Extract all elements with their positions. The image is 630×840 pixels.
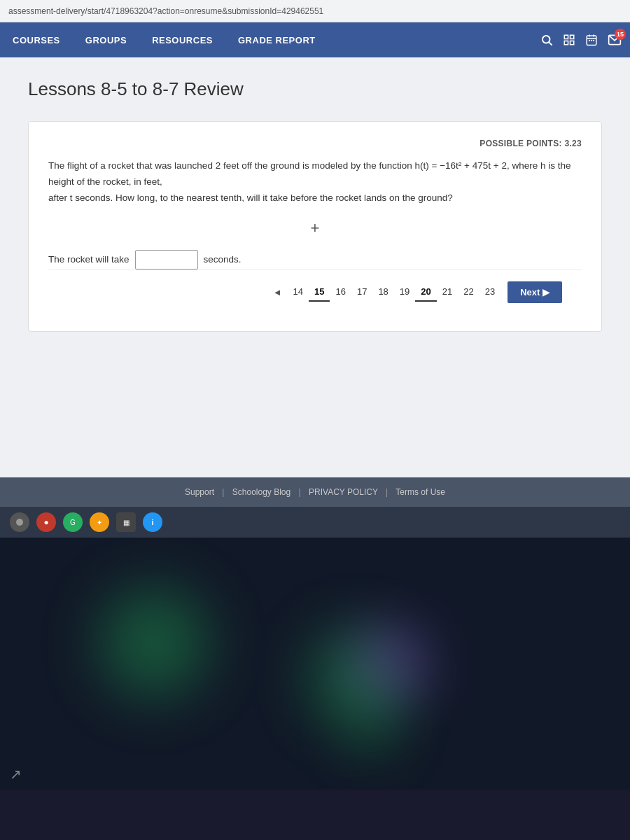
taskbar-green-icon[interactable]: G — [63, 512, 83, 532]
page-14[interactable]: 14 — [288, 283, 309, 302]
footer-privacy[interactable]: PRIVACY POLICY — [309, 487, 378, 497]
taskbar-circle-icon[interactable] — [10, 512, 29, 532]
mail-badge: 15 — [615, 29, 626, 40]
footer: Support | Schoology Blog | PRIVACY POLIC… — [0, 477, 630, 507]
bottom-arrow-icon: ↗ — [10, 766, 22, 783]
top-nav: COURSES GROUPS RESOURCES GRADE REPORT — [0, 22, 630, 57]
svg-rect-3 — [570, 35, 574, 38]
dark-area: ↗ — [0, 538, 630, 790]
possible-points: POSSIBLE POINTS: 3.23 — [48, 139, 582, 148]
answer-input[interactable] — [135, 250, 198, 270]
svg-point-0 — [542, 36, 550, 43]
page-19[interactable]: 19 — [394, 283, 415, 302]
page-15[interactable]: 15 — [309, 283, 330, 302]
nav-resources[interactable]: RESOURCES — [148, 32, 217, 48]
taskbar: ● G ✦ ▦ i — [0, 507, 630, 538]
page-23[interactable]: 23 — [479, 283, 500, 302]
glow-small — [343, 699, 399, 755]
page-22[interactable]: 22 — [458, 283, 479, 302]
nav-courses[interactable]: COURSES — [8, 32, 64, 48]
question-text-line1: The flight of a rocket that was launched… — [48, 160, 570, 187]
answer-prefix: The rocket will take — [48, 254, 130, 265]
pagination-prev[interactable]: ◄ — [267, 283, 288, 302]
nav-right-icons: 15 — [540, 33, 622, 47]
question-text: The flight of a rocket that was launched… — [48, 158, 582, 206]
page-21[interactable]: 21 — [437, 283, 458, 302]
page-title: Lessons 8-5 to 8-7 Review — [28, 78, 602, 100]
nav-grade-report[interactable]: GRADE REPORT — [234, 32, 320, 48]
page-18[interactable]: 18 — [372, 283, 393, 302]
page-20[interactable]: 20 — [415, 283, 436, 302]
footer-blog[interactable]: Schoology Blog — [232, 487, 290, 497]
page-17[interactable]: 17 — [351, 283, 372, 302]
taskbar-info-icon[interactable]: i — [143, 512, 162, 532]
svg-rect-2 — [564, 35, 568, 38]
address-bar: assessment-delivery/start/4718963204?act… — [0, 0, 630, 22]
taskbar-orange-icon[interactable]: ✦ — [90, 512, 109, 532]
svg-rect-4 — [564, 41, 568, 45]
footer-sep1: | — [222, 487, 224, 497]
page-16[interactable]: 16 — [330, 283, 351, 302]
footer-sep3: | — [386, 487, 388, 497]
footer-support[interactable]: Support — [185, 487, 214, 497]
plus-symbol: + — [48, 219, 582, 237]
svg-point-14 — [16, 519, 23, 526]
next-button[interactable]: Next ▶ — [507, 281, 562, 303]
grid-icon[interactable] — [563, 34, 575, 46]
mail-icon-wrapper[interactable]: 15 — [608, 33, 622, 47]
taskbar-red-icon[interactable]: ● — [36, 512, 56, 532]
nav-groups[interactable]: GROUPS — [81, 32, 131, 48]
glow-left — [91, 580, 217, 706]
url-text: assessment-delivery/start/4718963204?act… — [8, 6, 323, 16]
svg-rect-5 — [570, 41, 574, 45]
footer-sep2: | — [299, 487, 301, 497]
glow-purple — [350, 622, 434, 706]
answer-row: The rocket will take seconds. — [48, 250, 582, 270]
question-card: POSSIBLE POINTS: 3.23 The flight of a ro… — [28, 121, 602, 332]
svg-line-1 — [549, 42, 552, 45]
answer-suffix: seconds. — [204, 254, 241, 265]
pagination-bar: ◄ 14 15 16 17 18 19 20 21 22 23 Next ▶ — [48, 270, 582, 314]
footer-terms[interactable]: Terms of Use — [396, 487, 445, 497]
search-icon[interactable] — [540, 34, 553, 46]
main-content: Lessons 8-5 to 8-7 Review POSSIBLE POINT… — [0, 57, 630, 477]
taskbar-app-icon[interactable]: ▦ — [116, 512, 136, 532]
question-text-line2: after t seconds. How long, to the neares… — [48, 192, 453, 203]
calendar-icon[interactable] — [585, 34, 598, 46]
